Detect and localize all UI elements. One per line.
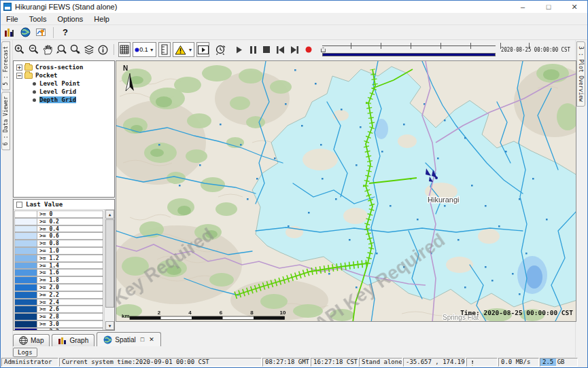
animation-button[interactable] [196, 42, 209, 57]
database-display-button[interactable] [1, 26, 17, 39]
stop-button[interactable] [260, 42, 273, 57]
spatial-globe-icon [103, 335, 112, 344]
status-user: Administrator [1, 358, 58, 367]
legend-row[interactable]: >= 0.2 [14, 218, 103, 225]
legend-row[interactable]: >= 2.6 [14, 306, 103, 313]
tree-item-level-grid[interactable]: Level Grid [14, 88, 114, 96]
map-time-label: Time: 2020-08-25 00:00:00 CST [460, 309, 573, 316]
timeline-thumb[interactable] [321, 48, 326, 52]
legend-row[interactable]: >= 1.0 [14, 247, 103, 255]
legend-row-label: >= 2.6 [37, 306, 103, 313]
pan-button[interactable] [41, 42, 54, 57]
legend-row[interactable]: >= 1.2 [14, 255, 103, 262]
last-value-checkbox[interactable] [16, 202, 22, 208]
legend-row[interactable]: >= 1.8 [14, 276, 103, 284]
legend-row[interactable]: >= 2.8 [14, 313, 103, 320]
legend-row[interactable]: >= 2.0 [14, 284, 103, 291]
tree-item-cross-section[interactable]: + Cross-section [14, 63, 114, 71]
legend-panel: Last Value >= 0>= 0.2>= 0.4>= 0.6>= 0.8>… [13, 199, 115, 331]
zoom-next-button[interactable] [69, 42, 82, 57]
legend-swatch [14, 240, 37, 247]
legend-row[interactable]: >= 0.6 [14, 232, 103, 240]
database-icon [4, 28, 14, 37]
chevron-down-icon: ▼ [150, 48, 154, 52]
scrollbar-thumb[interactable] [105, 219, 114, 308]
menu-item-options[interactable]: Options [52, 15, 88, 23]
spatial-display-button[interactable] [17, 26, 33, 39]
legend-row[interactable]: >= 3.0 [14, 320, 103, 328]
tree-item-pocket[interactable]: – Pocket [14, 71, 114, 79]
tree-item-depth-grid[interactable]: Depth Grid [14, 96, 114, 104]
last-value-checkbox-row[interactable]: Last Value [14, 200, 114, 210]
legend-row-label: >= 0 [37, 210, 103, 218]
legend-row[interactable]: >= 0.4 [14, 225, 103, 233]
tree-item-level-point[interactable]: Level Point [14, 79, 114, 88]
tab-label: Graph [69, 337, 88, 344]
expand-icon[interactable]: + [16, 65, 22, 71]
legend-row[interactable]: >= 0.8 [14, 240, 103, 247]
ruler-icon [160, 44, 169, 55]
play-button[interactable] [233, 42, 245, 57]
scroll-down-icon[interactable]: ▼ [105, 321, 114, 330]
step-forward-button[interactable] [288, 42, 300, 57]
map-view[interactable]: API Key Required API Key Required N Hiku… [116, 60, 576, 322]
status-local-time: 16:27:18 CST [311, 358, 358, 367]
tab-close-icon[interactable]: ✕ [149, 336, 154, 343]
legend-swatch [14, 269, 37, 276]
legend-row[interactable]: >= 2.4 [14, 299, 103, 306]
ruler-toggle-button[interactable] [158, 42, 171, 57]
layers-button[interactable] [83, 42, 95, 57]
timeseries-display-button[interactable] [33, 26, 50, 39]
sidebar-tab-data-viewer[interactable]: 6 : Data Viewer [1, 92, 10, 150]
timeline-ruler [322, 45, 496, 46]
sidebar-tab-plot-overview[interactable]: 3 : Plot Overview [576, 41, 585, 107]
warning-icon [175, 45, 186, 55]
zoom-out-button[interactable] [27, 42, 39, 57]
legend-scrollbar[interactable]: ▲ ▼ [104, 210, 114, 330]
legend-row[interactable]: >= 3.2 [14, 328, 103, 330]
legend-swatch [14, 232, 37, 240]
legend-swatch [14, 284, 37, 291]
legend-row[interactable]: >= 0 [14, 210, 103, 218]
legend-swatch [14, 218, 37, 225]
sidebar-tab-forecast[interactable]: 5 : Forecast [1, 41, 10, 90]
chevron-down-icon: ▼ [188, 48, 192, 52]
window-title: Hikurangi FEWS (Stand alone) [15, 3, 117, 11]
menu-item-tools[interactable]: Tools [24, 15, 52, 23]
graph-icon [58, 337, 67, 345]
step-back-button[interactable] [275, 42, 287, 57]
grid-toggle-button[interactable] [118, 42, 131, 57]
svg-text:8: 8 [250, 310, 254, 316]
menu-item-help[interactable]: Help [88, 15, 115, 23]
scroll-up-icon[interactable]: ▲ [105, 210, 114, 219]
time-settings-button[interactable] [214, 42, 226, 57]
zoom-in-button[interactable] [14, 42, 26, 57]
tab-spatial[interactable]: Spatial □ ✕ [97, 332, 161, 346]
legend-row[interactable]: >= 2.2 [14, 291, 103, 299]
minimize-button[interactable]: – [510, 1, 536, 13]
warning-dropdown[interactable]: ▼ [173, 42, 194, 57]
status-transfer-rate: 0.0 MB/s [498, 358, 539, 367]
tab-maximize-icon[interactable]: □ [141, 336, 144, 343]
logs-button[interactable]: Logs [13, 348, 37, 357]
close-button[interactable]: ✕ [561, 1, 587, 13]
zoom-out-icon [29, 44, 39, 55]
info-button[interactable] [97, 42, 109, 57]
collapse-icon[interactable]: – [16, 73, 22, 79]
timeline-slider[interactable] [321, 41, 497, 58]
menu-item-file[interactable]: File [1, 15, 24, 23]
zoom-previous-button[interactable] [55, 42, 67, 57]
legend-swatch [14, 291, 37, 299]
tab-map[interactable]: Map [13, 334, 50, 346]
legend-swatch [14, 225, 37, 233]
legend-row[interactable]: >= 1.4 [14, 262, 103, 270]
tab-graph[interactable]: Graph [52, 334, 94, 346]
legend-row[interactable]: >= 1.6 [14, 269, 103, 276]
map-globe-icon [19, 336, 28, 345]
pause-button[interactable] [247, 42, 259, 57]
record-button[interactable] [302, 42, 314, 57]
help-button[interactable]: ? [57, 26, 73, 39]
maximize-button[interactable]: □ [536, 1, 561, 13]
status-warning-cell[interactable] [466, 358, 498, 367]
interval-dropdown[interactable]: 0.1 ▼ [133, 42, 156, 57]
